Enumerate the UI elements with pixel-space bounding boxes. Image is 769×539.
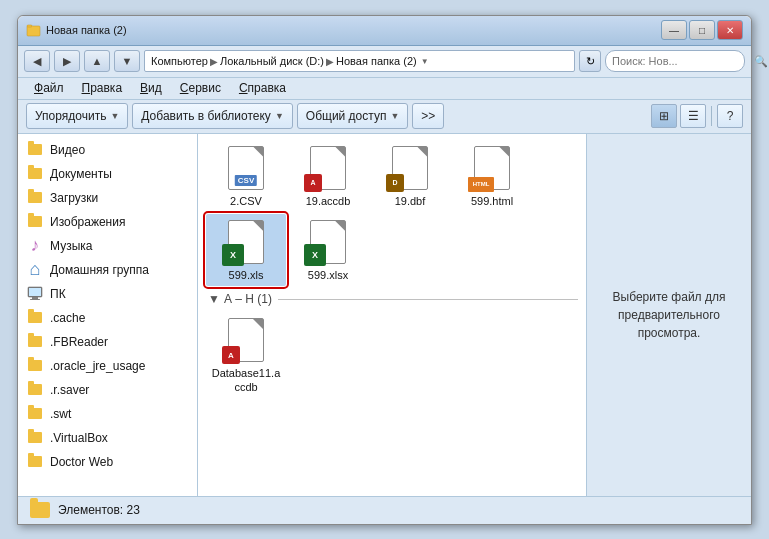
- menu-help[interactable]: Справка: [231, 79, 294, 97]
- file-icon-db11: A: [222, 316, 270, 364]
- sidebar-label: .oracle_jre_usage: [50, 359, 145, 373]
- sidebar-item-doctorweb[interactable]: Doctor Web: [18, 450, 197, 474]
- section-arrow[interactable]: ▼: [208, 292, 220, 306]
- main-content: Видео Документы Загрузки Изображения ♪ М…: [18, 134, 751, 496]
- sidebar-item-swt[interactable]: .swt: [18, 402, 197, 426]
- file-item-599html[interactable]: HTML 599.html: [452, 140, 532, 212]
- maximize-button[interactable]: □: [689, 20, 715, 40]
- toolbar-separator: [711, 106, 712, 126]
- path-computer[interactable]: Компьютер: [151, 55, 208, 67]
- view-grid-button[interactable]: ⊞: [651, 104, 677, 128]
- folder-icon: [26, 213, 44, 231]
- file-name: 599.xls: [229, 268, 264, 282]
- status-folder-icon: [30, 502, 50, 518]
- sidebar-item-rsaver[interactable]: .r.saver: [18, 378, 197, 402]
- sidebar-item-fbreader[interactable]: .FBReader: [18, 330, 197, 354]
- sidebar-item-cache[interactable]: .cache: [18, 306, 197, 330]
- help-button[interactable]: ?: [717, 104, 743, 128]
- sidebar-label: .r.saver: [50, 383, 89, 397]
- file-item-599xls[interactable]: X 599.xls: [206, 214, 286, 286]
- sidebar-item-pc[interactable]: ПК: [18, 282, 197, 306]
- file-item-19accdb[interactable]: A 19.accdb: [288, 140, 368, 212]
- menu-file[interactable]: Файл: [26, 79, 72, 97]
- address-bar: ◀ ▶ ▲ ▼ Компьютер ▶ Локальный диск (D:) …: [18, 46, 751, 78]
- sidebar-label: Изображения: [50, 215, 125, 229]
- file-grid-main: CSV 2.CSV A 19.accdb: [202, 138, 582, 289]
- menu-bar: Файл Правка Вид Сервис Справка: [18, 78, 751, 100]
- folder-icon: [26, 381, 44, 399]
- sidebar-item-video[interactable]: Видео: [18, 138, 197, 162]
- minimize-button[interactable]: —: [661, 20, 687, 40]
- share-button[interactable]: Общий доступ ▼: [297, 103, 409, 129]
- folder-icon: [26, 405, 44, 423]
- file-item-599xlsx[interactable]: X 599.xlsx: [288, 214, 368, 286]
- search-icon[interactable]: 🔍: [754, 55, 768, 68]
- sidebar-label: Документы: [50, 167, 112, 181]
- menu-view[interactable]: Вид: [132, 79, 170, 97]
- sidebar-item-virtualbox[interactable]: .VirtualBox: [18, 426, 197, 450]
- svg-rect-4: [29, 288, 41, 296]
- folder-icon: [26, 429, 44, 447]
- organize-label: Упорядочить: [35, 109, 106, 123]
- close-button[interactable]: ✕: [717, 20, 743, 40]
- back-button[interactable]: ◀: [24, 50, 50, 72]
- sidebar-label: Домашняя группа: [50, 263, 149, 277]
- file-icon-xlsx: X: [304, 218, 352, 266]
- folder-icon: [26, 309, 44, 327]
- menu-edit[interactable]: Правка: [74, 79, 131, 97]
- file-icon-dbf: D: [386, 144, 434, 192]
- center-panel: CSV 2.CSV A 19.accdb: [198, 134, 586, 496]
- file-name: 19.dbf: [395, 194, 426, 208]
- sidebar-item-music[interactable]: ♪ Музыка: [18, 234, 197, 258]
- more-button[interactable]: >>: [412, 103, 444, 129]
- share-label: Общий доступ: [306, 109, 387, 123]
- refresh-button[interactable]: ↻: [579, 50, 601, 72]
- section-header-an: ▼ А – Н (1): [202, 288, 582, 310]
- menu-service[interactable]: Сервис: [172, 79, 229, 97]
- sidebar-item-downloads[interactable]: Загрузки: [18, 186, 197, 210]
- sidebar-label: .VirtualBox: [50, 431, 108, 445]
- preview-text: Выберите файл для предварительного просм…: [599, 288, 739, 342]
- view-list-button[interactable]: ☰: [680, 104, 706, 128]
- title-bar: Новая папка (2) — □ ✕: [18, 16, 751, 46]
- folder-icon: [26, 141, 44, 159]
- file-item-db11[interactable]: A Database11.accdb: [206, 312, 286, 399]
- svg-rect-6: [30, 299, 40, 300]
- file-name: 599.html: [471, 194, 513, 208]
- path-folder[interactable]: Новая папка (2): [336, 55, 417, 67]
- folder-icon: [26, 333, 44, 351]
- path-dropdown[interactable]: ▼: [421, 57, 429, 66]
- path-disk[interactable]: Локальный диск (D:): [220, 55, 324, 67]
- file-item-2csv[interactable]: CSV 2.CSV: [206, 140, 286, 212]
- forward-button[interactable]: ▶: [54, 50, 80, 72]
- sidebar-label: Музыка: [50, 239, 92, 253]
- sidebar-item-oracle[interactable]: .oracle_jre_usage: [18, 354, 197, 378]
- right-panel: Выберите файл для предварительного просм…: [586, 134, 751, 496]
- organize-button[interactable]: Упорядочить ▼: [26, 103, 128, 129]
- sidebar-label: .cache: [50, 311, 85, 325]
- sidebar-label: Загрузки: [50, 191, 98, 205]
- window-icon: [26, 22, 42, 38]
- address-path[interactable]: Компьютер ▶ Локальный диск (D:) ▶ Новая …: [144, 50, 575, 72]
- up-button[interactable]: ▲: [84, 50, 110, 72]
- sidebar-item-images[interactable]: Изображения: [18, 210, 197, 234]
- file-name: 2.CSV: [230, 194, 262, 208]
- sidebar-item-docs[interactable]: Документы: [18, 162, 197, 186]
- recent-button[interactable]: ▼: [114, 50, 140, 72]
- sidebar-item-homegroup[interactable]: ⌂ Домашняя группа: [18, 258, 197, 282]
- search-box[interactable]: 🔍: [605, 50, 745, 72]
- sidebar-label: .FBReader: [50, 335, 108, 349]
- file-name: 19.accdb: [306, 194, 351, 208]
- file-icon-accdb: A: [304, 144, 352, 192]
- title-bar-left: Новая папка (2): [26, 22, 661, 38]
- svg-rect-0: [27, 26, 40, 36]
- file-name: Database11.accdb: [210, 366, 282, 395]
- sidebar-label: ПК: [50, 287, 66, 301]
- share-chevron: ▼: [390, 111, 399, 121]
- toolbar-right: ⊞ ☰ ?: [651, 104, 743, 128]
- network-icon: ⌂: [26, 261, 44, 279]
- svg-rect-2: [27, 25, 32, 27]
- add-library-button[interactable]: Добавить в библиотеку ▼: [132, 103, 292, 129]
- file-item-19dbf[interactable]: D 19.dbf: [370, 140, 450, 212]
- search-input[interactable]: [612, 55, 750, 67]
